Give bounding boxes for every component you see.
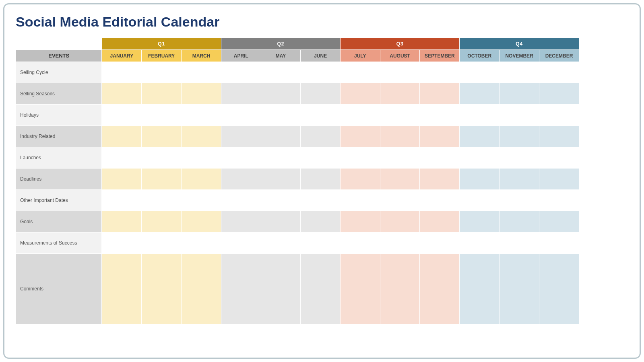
calendar-cell[interactable]: [261, 211, 301, 232]
calendar-cell[interactable]: [182, 211, 221, 232]
calendar-cell[interactable]: [380, 211, 420, 232]
calendar-cell[interactable]: [420, 211, 460, 232]
calendar-cell[interactable]: [221, 83, 261, 105]
calendar-cell[interactable]: [142, 147, 182, 169]
calendar-cell[interactable]: [420, 105, 460, 126]
calendar-cell[interactable]: [420, 232, 460, 254]
calendar-cell[interactable]: [380, 105, 420, 126]
calendar-cell[interactable]: [539, 211, 579, 232]
calendar-cell[interactable]: [301, 126, 341, 147]
calendar-cell[interactable]: [500, 83, 539, 105]
calendar-cell[interactable]: [420, 147, 460, 169]
calendar-cell[interactable]: [460, 232, 500, 254]
calendar-cell[interactable]: [301, 62, 341, 83]
calendar-cell[interactable]: [142, 169, 182, 190]
calendar-cell[interactable]: [182, 190, 221, 211]
calendar-cell[interactable]: [340, 232, 380, 254]
calendar-cell[interactable]: [340, 105, 380, 126]
calendar-cell[interactable]: [539, 232, 579, 254]
calendar-cell[interactable]: [182, 62, 221, 83]
calendar-cell[interactable]: [221, 147, 261, 169]
calendar-cell[interactable]: [142, 62, 182, 83]
calendar-cell[interactable]: [221, 105, 261, 126]
calendar-cell[interactable]: [500, 62, 539, 83]
calendar-cell[interactable]: [420, 190, 460, 211]
calendar-cell[interactable]: [142, 190, 182, 211]
calendar-cell[interactable]: [380, 83, 420, 105]
calendar-cell[interactable]: [102, 190, 142, 211]
calendar-cell[interactable]: [182, 254, 221, 324]
calendar-cell[interactable]: [500, 126, 539, 147]
calendar-cell[interactable]: [340, 254, 380, 324]
calendar-cell[interactable]: [340, 83, 380, 105]
calendar-cell[interactable]: [539, 83, 579, 105]
calendar-cell[interactable]: [261, 126, 301, 147]
calendar-cell[interactable]: [460, 105, 500, 126]
calendar-cell[interactable]: [261, 62, 301, 83]
calendar-cell[interactable]: [301, 232, 341, 254]
calendar-cell[interactable]: [102, 254, 142, 324]
calendar-cell[interactable]: [539, 126, 579, 147]
calendar-cell[interactable]: [500, 211, 539, 232]
calendar-cell[interactable]: [420, 62, 460, 83]
calendar-cell[interactable]: [102, 232, 142, 254]
calendar-cell[interactable]: [261, 105, 301, 126]
calendar-cell[interactable]: [500, 254, 539, 324]
calendar-cell[interactable]: [539, 190, 579, 211]
calendar-cell[interactable]: [340, 62, 380, 83]
calendar-cell[interactable]: [102, 126, 142, 147]
calendar-cell[interactable]: [460, 83, 500, 105]
calendar-cell[interactable]: [340, 126, 380, 147]
calendar-cell[interactable]: [142, 211, 182, 232]
calendar-cell[interactable]: [460, 169, 500, 190]
calendar-cell[interactable]: [221, 232, 261, 254]
calendar-cell[interactable]: [420, 126, 460, 147]
calendar-cell[interactable]: [500, 232, 539, 254]
calendar-cell[interactable]: [539, 62, 579, 83]
calendar-cell[interactable]: [380, 169, 420, 190]
calendar-cell[interactable]: [102, 105, 142, 126]
calendar-cell[interactable]: [301, 190, 341, 211]
calendar-cell[interactable]: [340, 147, 380, 169]
calendar-cell[interactable]: [460, 254, 500, 324]
calendar-cell[interactable]: [261, 83, 301, 105]
calendar-cell[interactable]: [182, 83, 221, 105]
calendar-cell[interactable]: [182, 147, 221, 169]
calendar-cell[interactable]: [380, 190, 420, 211]
calendar-cell[interactable]: [340, 211, 380, 232]
calendar-cell[interactable]: [102, 62, 142, 83]
calendar-cell[interactable]: [102, 211, 142, 232]
calendar-cell[interactable]: [301, 254, 341, 324]
calendar-cell[interactable]: [182, 105, 221, 126]
calendar-cell[interactable]: [539, 254, 579, 324]
calendar-cell[interactable]: [182, 126, 221, 147]
calendar-cell[interactable]: [301, 211, 341, 232]
calendar-cell[interactable]: [539, 105, 579, 126]
calendar-cell[interactable]: [221, 211, 261, 232]
calendar-cell[interactable]: [182, 169, 221, 190]
calendar-cell[interactable]: [142, 254, 182, 324]
calendar-cell[interactable]: [420, 83, 460, 105]
calendar-cell[interactable]: [261, 147, 301, 169]
calendar-cell[interactable]: [221, 126, 261, 147]
calendar-cell[interactable]: [261, 254, 301, 324]
calendar-cell[interactable]: [380, 62, 420, 83]
calendar-cell[interactable]: [142, 105, 182, 126]
calendar-cell[interactable]: [380, 232, 420, 254]
calendar-cell[interactable]: [460, 147, 500, 169]
calendar-cell[interactable]: [460, 211, 500, 232]
calendar-cell[interactable]: [102, 83, 142, 105]
calendar-cell[interactable]: [142, 83, 182, 105]
calendar-cell[interactable]: [301, 169, 341, 190]
calendar-cell[interactable]: [182, 232, 221, 254]
calendar-cell[interactable]: [500, 105, 539, 126]
calendar-cell[interactable]: [420, 169, 460, 190]
calendar-cell[interactable]: [380, 254, 420, 324]
calendar-cell[interactable]: [500, 147, 539, 169]
calendar-cell[interactable]: [221, 169, 261, 190]
calendar-cell[interactable]: [380, 126, 420, 147]
calendar-cell[interactable]: [420, 254, 460, 324]
calendar-cell[interactable]: [261, 190, 301, 211]
calendar-cell[interactable]: [221, 62, 261, 83]
calendar-cell[interactable]: [102, 169, 142, 190]
